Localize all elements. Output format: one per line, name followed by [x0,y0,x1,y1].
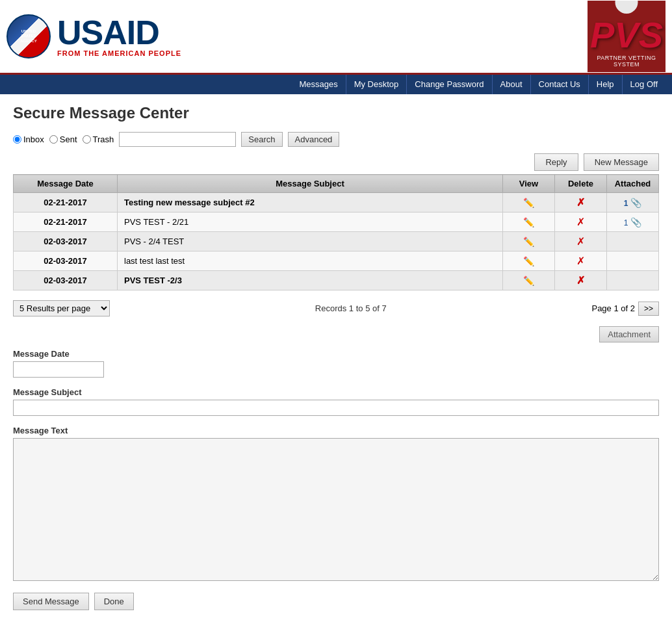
view-icon[interactable]: ✏️ [523,217,534,227]
view-icon[interactable]: ✏️ [523,276,534,286]
usaid-subtitle: FROM THE AMERICAN PEOPLE [57,49,181,57]
message-subject-input[interactable] [13,400,659,416]
results-per-page-select[interactable]: 5 Results per page 10 Results per page 2… [13,300,110,316]
cell-attached: 1 📎 [607,193,659,212]
cell-subject[interactable]: last test last test [118,251,503,271]
cell-delete[interactable]: ✗ [555,212,607,232]
action-bar: Reply New Message [13,153,659,171]
cell-delete[interactable]: ✗ [555,232,607,251]
delete-icon[interactable]: ✗ [576,216,585,227]
cell-date: 02-21-2017 [14,193,118,212]
message-subject-label: Message Subject [13,387,659,397]
trash-radio[interactable] [83,135,91,144]
logo-area: UNITEDSTATESAGENCY USAID FROM THE AMERIC… [6,14,181,58]
view-icon[interactable]: ✏️ [523,237,534,247]
table-row[interactable]: 02-21-2017Testing new message subject #2… [14,193,659,212]
trash-radio-label[interactable]: Trash [83,135,114,144]
cell-subject[interactable]: PVS TEST -2/3 [118,271,503,290]
message-table: Message Date Message Subject View Delete… [13,174,659,290]
cell-delete[interactable]: ✗ [555,193,607,212]
sent-radio[interactable] [49,135,58,144]
message-date-label: Message Date [13,349,659,359]
view-icon[interactable]: ✏️ [523,198,534,208]
table-row[interactable]: 02-21-2017PVS TEST - 2/21✏️✗1 📎 [14,212,659,232]
records-info: Records 1 to 5 of 7 [315,303,387,313]
delete-icon[interactable]: ✗ [576,275,585,286]
inbox-label: Inbox [23,135,44,144]
table-row[interactable]: 02-03-2017last test last test✏️✗ [14,251,659,271]
cell-date: 02-03-2017 [14,271,118,290]
next-page-button[interactable]: >> [638,302,659,316]
trash-label: Trash [93,135,114,144]
nav-change-password[interactable]: Change Password [407,75,492,94]
pagination-bar: 5 Results per page 10 Results per page 2… [13,297,659,320]
search-button[interactable]: Search [241,132,282,147]
message-text-label: Message Text [13,426,659,435]
cell-view[interactable]: ✏️ [503,212,555,232]
cell-delete[interactable]: ✗ [555,251,607,271]
nav-messages[interactable]: Messages [291,75,346,94]
message-date-input[interactable] [13,361,104,378]
inbox-radio-label[interactable]: Inbox [13,135,44,144]
header: UNITEDSTATESAGENCY USAID FROM THE AMERIC… [0,0,672,75]
col-header-attached: Attached [607,175,659,193]
attachment-bar: Attachment [13,326,659,342]
table-row[interactable]: 02-03-2017PVS - 2/4 TEST✏️✗ [14,232,659,251]
attachment-button[interactable]: Attachment [599,326,659,342]
cell-view[interactable]: ✏️ [503,232,555,251]
page-content: Secure Message Center Inbox Sent Trash S… [0,94,672,620]
usaid-emblem: UNITEDSTATESAGENCY [6,14,51,58]
message-date-section: Message Date [13,349,659,378]
col-header-subject: Message Subject [118,175,503,193]
search-input[interactable] [119,132,236,147]
pvs-subtitle: PARTNER VETTING SYSTEM [588,55,666,68]
cell-view[interactable]: ✏️ [503,193,555,212]
cell-view[interactable]: ✏️ [503,251,555,271]
cell-subject[interactable]: Testing new message subject #2 [118,193,503,212]
pvs-circle-decoration [615,1,638,14]
cell-attached [607,232,659,251]
cell-view[interactable]: ✏️ [503,271,555,290]
filter-bar: Inbox Sent Trash Search Advanced [13,132,659,147]
cell-date: 02-03-2017 [14,232,118,251]
done-button[interactable]: Done [94,593,134,610]
send-message-button[interactable]: Send Message [13,593,89,610]
sent-label: Sent [60,135,77,144]
cell-date: 02-03-2017 [14,251,118,271]
delete-icon[interactable]: ✗ [576,197,585,208]
sent-radio-label[interactable]: Sent [49,135,77,144]
table-row[interactable]: 02-03-2017PVS TEST -2/3✏️✗ [14,271,659,290]
table-header: Message Date Message Subject View Delete… [14,175,659,193]
pvs-letters: PVS [590,17,663,53]
usaid-text: USAID FROM THE AMERICAN PEOPLE [57,16,181,57]
view-icon[interactable]: ✏️ [523,256,534,266]
cell-subject[interactable]: PVS TEST - 2/21 [118,212,503,232]
attach-count: 1 [624,199,628,208]
new-message-button[interactable]: New Message [584,153,659,171]
page-nav: Page 1 of 2 >> [591,302,659,316]
results-per-page: 5 Results per page 10 Results per page 2… [13,300,110,316]
nav-my-desktop[interactable]: My Desktop [346,75,407,94]
nav-contact-us[interactable]: Contact Us [531,75,589,94]
cell-attached [607,251,659,271]
delete-icon[interactable]: ✗ [576,255,585,266]
col-header-view: View [503,175,555,193]
delete-icon[interactable]: ✗ [576,236,585,247]
cell-subject[interactable]: PVS - 2/4 TEST [118,232,503,251]
cell-delete[interactable]: ✗ [555,271,607,290]
nav-about[interactable]: About [493,75,531,94]
col-header-date: Message Date [14,175,118,193]
pvs-logo: PVS PARTNER VETTING SYSTEM [588,1,666,72]
paperclip-icon: 📎 [630,198,641,208]
nav-log-off[interactable]: Log Off [623,75,666,94]
col-header-delete: Delete [555,175,607,193]
reply-button[interactable]: Reply [534,153,578,171]
usaid-brand: USAID [57,16,181,49]
cell-date: 02-21-2017 [14,212,118,232]
nav-help[interactable]: Help [589,75,623,94]
advanced-button[interactable]: Advanced [288,132,340,147]
main-nav: Messages My Desktop Change Password Abou… [0,75,672,94]
page-info: Page 1 of 2 [591,303,635,313]
inbox-radio[interactable] [13,135,21,144]
message-text-input[interactable] [13,438,659,581]
